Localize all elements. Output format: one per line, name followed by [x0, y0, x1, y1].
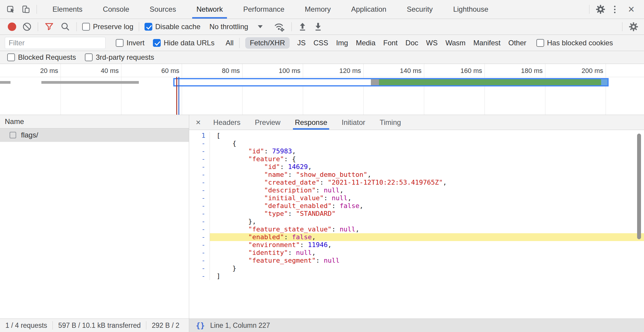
overview-tick-label: 40 ms — [101, 67, 119, 75]
fold-marker[interactable]: - — [189, 241, 210, 249]
search-button[interactable] — [57, 22, 73, 32]
fold-marker[interactable]: - — [189, 147, 210, 155]
line-number[interactable]: 1 — [189, 132, 210, 140]
fold-marker[interactable]: - — [189, 140, 210, 147]
close-devtools-button[interactable]: × — [621, 4, 642, 15]
waterfall-stalled-segment — [371, 79, 379, 85]
fold-marker[interactable]: - — [189, 257, 210, 264]
name-column-header[interactable]: Name — [0, 115, 189, 128]
fold-marker[interactable]: - — [189, 225, 210, 233]
detail-tab-initiator[interactable]: Initiator — [340, 115, 367, 130]
fold-marker[interactable]: - — [189, 210, 210, 218]
filter-type-wasm[interactable]: Wasm — [446, 39, 466, 47]
request-row[interactable]: flags/ — [0, 128, 189, 142]
code-text: "created_date": "2021-11-12T10:22:53.419… — [210, 179, 644, 186]
filter-type-img[interactable]: Img — [336, 39, 348, 47]
overview-gridline — [545, 64, 545, 115]
devtools-window: ElementsConsoleSourcesNetworkPerformance… — [0, 0, 644, 332]
filter-type-font[interactable]: Font — [383, 39, 398, 47]
import-har-button[interactable] — [295, 22, 310, 32]
hide-data-urls-checkbox[interactable] — [153, 39, 161, 47]
code-text: "id": 14629, — [210, 163, 644, 171]
pretty-print-button[interactable]: {} — [196, 321, 205, 330]
fold-marker[interactable]: - — [189, 233, 210, 241]
statusbar: 1 / 4 requests 597 B / 10.1 kB transferr… — [0, 318, 644, 332]
filter-type-fetch-xhr[interactable]: Fetch/XHR — [245, 37, 289, 49]
filter-type-doc[interactable]: Doc — [405, 39, 418, 47]
filter-toggle-button[interactable] — [41, 22, 57, 32]
overview-gridline — [61, 64, 61, 115]
record-network-log-button[interactable] — [5, 23, 19, 31]
invert-checkbox[interactable] — [116, 39, 124, 47]
overview[interactable]: 20 ms40 ms60 ms80 ms100 ms120 ms140 ms16… — [0, 64, 644, 115]
divider — [589, 5, 589, 14]
tab-performance[interactable]: Performance — [239, 0, 288, 19]
statusbar-right: {} Line 1, Column 227 — [189, 319, 644, 332]
code-line: - "type": "STANDARD" — [189, 210, 644, 218]
network-conditions-button[interactable] — [270, 21, 288, 32]
third-party-checkbox[interactable] — [85, 53, 93, 61]
resource-type-filters: AllFetch/XHRJSCSSImgMediaFontDocWSWasmMa… — [222, 37, 530, 49]
detail-tab-response[interactable]: Response — [293, 115, 329, 130]
detail-tab-preview[interactable]: Preview — [253, 115, 282, 130]
device-toolbar-button[interactable] — [19, 5, 34, 14]
filter-type-ws[interactable]: WS — [426, 39, 438, 47]
fold-marker[interactable]: - — [189, 202, 210, 210]
overview-tick-label: 100 ms — [279, 67, 300, 75]
fold-marker[interactable]: - — [189, 249, 210, 257]
settings-button[interactable] — [592, 4, 609, 14]
fold-marker[interactable]: - — [189, 179, 210, 186]
tab-memory[interactable]: Memory — [301, 0, 335, 19]
tabbar: ElementsConsoleSourcesNetworkPerformance… — [0, 0, 644, 19]
clear-network-log-button[interactable] — [19, 22, 35, 32]
response-code[interactable]: 1[- {- "id": 75983,- "feature": {- "id":… — [189, 130, 644, 318]
preserve-log-checkbox[interactable] — [82, 23, 90, 31]
divider — [622, 22, 622, 31]
fold-marker[interactable]: - — [189, 155, 210, 163]
detail-tab-timing[interactable]: Timing — [378, 115, 403, 130]
disable-cache-checkbox[interactable] — [145, 23, 152, 31]
more-options-button[interactable] — [609, 6, 621, 13]
tab-lighthouse[interactable]: Lighthouse — [449, 0, 492, 19]
fold-marker[interactable]: - — [189, 186, 210, 194]
tab-console[interactable]: Console — [99, 0, 133, 19]
fold-marker[interactable]: - — [189, 171, 210, 179]
tab-security[interactable]: Security — [403, 0, 437, 19]
code-text: }, — [210, 218, 644, 225]
clear-icon — [22, 22, 32, 32]
code-text: "identity": null, — [210, 249, 644, 257]
tab-application[interactable]: Application — [347, 0, 390, 19]
tab-elements[interactable]: Elements — [48, 0, 87, 19]
blocked-requests-group: Blocked Requests — [7, 53, 76, 62]
third-party-label: 3rd-party requests — [96, 53, 154, 62]
code-text: "name": "show_demo_button", — [210, 171, 644, 179]
fold-marker[interactable]: - — [189, 194, 210, 202]
filter-input[interactable] — [5, 37, 106, 49]
blocked-requests-checkbox[interactable] — [7, 53, 15, 61]
inspect-cursor-icon — [7, 5, 16, 14]
overview-label-separator — [0, 77, 644, 77]
fold-marker[interactable]: - — [189, 218, 210, 225]
inspect-element-button[interactable] — [4, 5, 19, 14]
tab-network[interactable]: Network — [192, 0, 227, 19]
invert-group: Invert — [116, 39, 145, 47]
export-har-button[interactable] — [310, 22, 326, 32]
network-conditions-icon — [273, 21, 285, 32]
throttling-select[interactable]: No throttling — [205, 23, 268, 31]
response-scrollbar[interactable] — [637, 134, 641, 239]
filter-type-all[interactable]: All — [225, 39, 234, 47]
filter-type-manifest[interactable]: Manifest — [473, 39, 501, 47]
code-line: 1[ — [189, 132, 644, 140]
fold-marker[interactable]: - — [189, 163, 210, 171]
filter-type-other[interactable]: Other — [508, 39, 526, 47]
filter-type-media[interactable]: Media — [356, 39, 375, 47]
fold-marker[interactable]: - — [189, 272, 210, 280]
filter-type-js[interactable]: JS — [297, 39, 306, 47]
fold-marker[interactable]: - — [189, 264, 210, 272]
has-blocked-cookies-checkbox[interactable] — [536, 39, 544, 47]
close-details-button[interactable]: × — [190, 118, 206, 127]
detail-tab-headers[interactable]: Headers — [211, 115, 242, 130]
network-settings-button[interactable] — [625, 22, 644, 32]
tab-sources[interactable]: Sources — [145, 0, 180, 19]
filter-type-css[interactable]: CSS — [314, 39, 328, 47]
